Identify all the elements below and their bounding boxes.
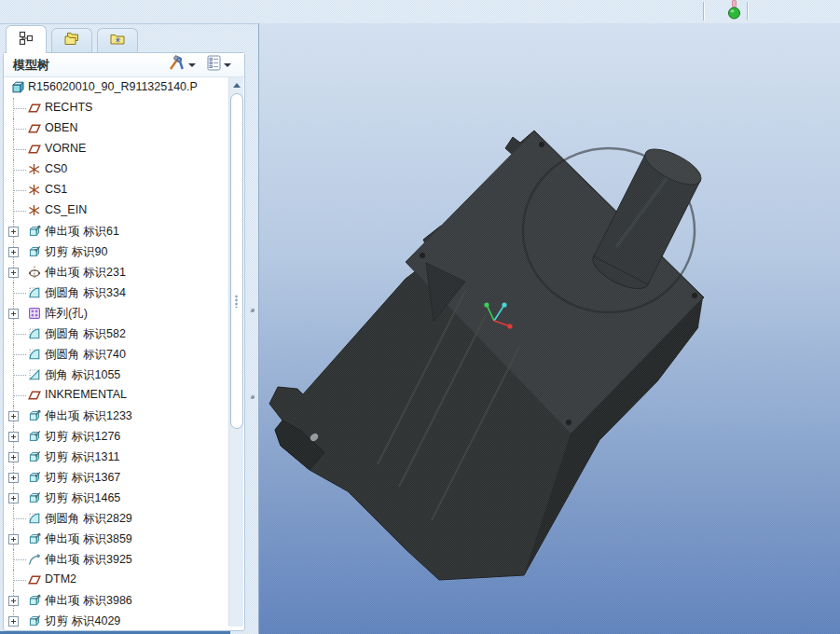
tree-item[interactable]: 倒圆角 标识582 <box>4 324 229 344</box>
tree-item[interactable]: 伸出项 标识3859 <box>4 529 229 549</box>
tree-item[interactable]: 切剪 标识1276 <box>4 426 229 447</box>
expand-toggle-icon[interactable] <box>8 616 19 627</box>
tree-item-label: 倒角 标识1055 <box>45 367 120 383</box>
tree-item-label: 切剪 标识1311 <box>45 449 119 465</box>
tree-root-item[interactable]: R156020010_90_R911325140.P <box>4 77 229 98</box>
panel-header: 模型树 <box>4 53 244 77</box>
tree-item[interactable]: 伸出项 标识61 <box>4 221 229 241</box>
tree-item[interactable]: CS0 <box>4 159 229 180</box>
tree-item-label: CS_EIN <box>45 203 87 216</box>
navigator-tabs: ✳ <box>6 25 138 53</box>
scroll-up-button[interactable] <box>229 79 243 91</box>
tree-item[interactable]: DTM2 <box>4 570 229 590</box>
expand-toggle-icon[interactable] <box>8 493 19 503</box>
tree-connector <box>14 375 26 376</box>
expand-toggle-icon[interactable] <box>8 452 19 462</box>
round-icon <box>28 327 41 340</box>
tree-connector <box>14 580 26 581</box>
list-icon <box>207 55 221 75</box>
tree-item[interactable]: 阵列(孔) <box>4 303 229 324</box>
tree-connector <box>14 129 26 130</box>
csys-icon <box>28 163 41 176</box>
toolbar-separator <box>703 2 704 21</box>
tree-item[interactable]: VORNE <box>4 139 229 159</box>
tree-item[interactable]: INKREMENTAL <box>4 385 229 406</box>
tree-connector <box>14 354 26 355</box>
tree-item-label: DTM2 <box>45 572 76 586</box>
tree-item-label: 伸出项 标识3986 <box>45 593 132 609</box>
tree-item-label: CS1 <box>45 183 67 196</box>
tree-item[interactable]: 倒圆角 标识334 <box>4 283 229 303</box>
folder-star-icon: ✳ <box>109 32 126 50</box>
tree-item[interactable]: 切剪 标识1311 <box>4 447 229 467</box>
expand-toggle-icon[interactable] <box>8 247 19 257</box>
tree-connector <box>14 149 26 150</box>
tree-item[interactable]: 倒圆角 标识2829 <box>4 508 229 529</box>
expand-toggle-icon[interactable] <box>8 596 19 606</box>
cut-icon <box>28 491 41 504</box>
tree-scrollbar[interactable] <box>228 77 243 627</box>
splitter-handle-icon[interactable] <box>250 394 255 399</box>
extrude-icon <box>28 532 41 545</box>
tab-model-tree[interactable] <box>6 25 47 53</box>
expand-toggle-icon[interactable] <box>8 411 19 421</box>
chevron-down-icon <box>224 63 231 67</box>
green-pin-icon[interactable] <box>727 0 741 24</box>
svg-text:✳: ✳ <box>114 35 120 45</box>
navigator-panel: ✳ 模型树 R156020010_90_R911325140.PRECHTSO <box>0 23 245 634</box>
tree-item[interactable]: 切剪 标识1367 <box>4 467 229 488</box>
splitter-handle-icon[interactable] <box>250 308 255 312</box>
scrollbar-thumb[interactable] <box>230 93 243 429</box>
expand-toggle-icon[interactable] <box>8 309 19 319</box>
tree-item[interactable]: 倒角 标识1055 <box>4 365 229 385</box>
tree-item[interactable]: CS_EIN <box>4 200 229 221</box>
datum-plane-icon <box>28 573 41 586</box>
tab-favorites[interactable]: ✳ <box>97 28 138 53</box>
expand-toggle-icon[interactable] <box>8 268 19 278</box>
tree-item[interactable]: RECHTS <box>4 98 229 118</box>
tree-item[interactable]: 切剪 标识4029 <box>4 611 229 627</box>
tree-connector <box>14 395 26 396</box>
tree-item-label: R156020010_90_R911325140.P <box>28 80 198 93</box>
tree-item-label: 切剪 标识90 <box>45 244 107 260</box>
expand-toggle-icon[interactable] <box>8 432 19 442</box>
tree-item-label: CS0 <box>45 162 67 175</box>
tree-connector <box>14 170 26 171</box>
tree-connector <box>14 293 26 294</box>
scrollbar-grip-icon <box>235 295 238 308</box>
status-area <box>722 1 746 22</box>
expand-toggle-icon[interactable] <box>8 227 19 237</box>
tree-item-label: RECHTS <box>45 101 92 114</box>
expand-toggle-icon[interactable] <box>8 534 19 544</box>
tree-item-label: 倒圆角 标识582 <box>45 326 126 342</box>
tree-item[interactable]: 切剪 标识1465 <box>4 488 229 508</box>
tree-filters-button[interactable] <box>166 54 198 76</box>
cut-icon <box>28 471 41 484</box>
tree-item[interactable]: 伸出项 标识1233 <box>4 406 229 426</box>
datum-plane-icon <box>28 143 41 156</box>
datum-plane-icon <box>28 102 41 115</box>
tree-item-label: 伸出项 标识231 <box>45 265 126 281</box>
tree-item[interactable]: 伸出项 标识3986 <box>4 590 229 611</box>
expand-toggle-icon[interactable] <box>8 473 19 483</box>
tree-columns-button[interactable] <box>205 54 233 76</box>
tree-item-label: 切剪 标识1276 <box>45 429 120 445</box>
tree-item[interactable]: 切剪 标识90 <box>4 241 229 262</box>
tree-item[interactable]: OBEN <box>4 118 229 139</box>
tree-item[interactable]: CS1 <box>4 180 229 200</box>
extrude-icon <box>28 594 41 607</box>
revolve-icon <box>28 266 41 279</box>
toolbar-separator <box>747 2 748 21</box>
cut-icon <box>28 245 41 258</box>
model-canvas <box>259 23 840 634</box>
panel-splitter[interactable] <box>245 23 258 634</box>
tree-item-label: 伸出项 标识3859 <box>45 531 132 547</box>
tree-item[interactable]: 倒圆角 标识740 <box>4 344 229 365</box>
tree-item-label: 倒圆角 标识334 <box>45 285 126 301</box>
folders-icon <box>63 32 80 50</box>
tree-item[interactable]: 伸出项 标识231 <box>4 262 229 283</box>
chevron-down-icon <box>188 63 196 67</box>
tab-folder-browser[interactable] <box>51 28 92 53</box>
tree-item[interactable]: 伸出项 标识3925 <box>4 549 229 570</box>
3d-viewport[interactable] <box>258 23 840 634</box>
